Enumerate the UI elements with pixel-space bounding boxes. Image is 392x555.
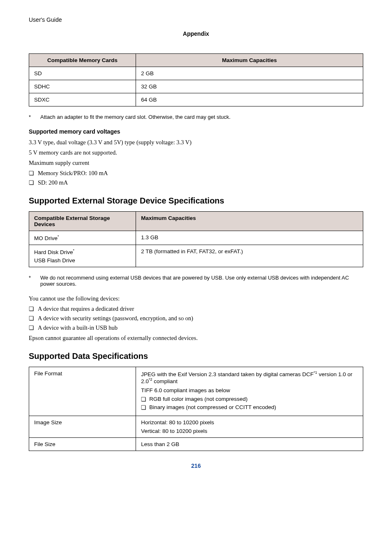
table-row: MO Drive* 1.3 GB xyxy=(29,231,363,245)
table-header: Maximum Capacities xyxy=(136,54,363,67)
table-row: SD 2 GB xyxy=(29,67,363,80)
bullet-icon: ❏ xyxy=(141,404,149,411)
bullet-icon: ❏ xyxy=(141,396,149,402)
external-storage-heading: Supported External Storage Device Specif… xyxy=(29,196,363,206)
data-specs-heading: Supported Data Specifications xyxy=(29,352,363,361)
page-number: 216 xyxy=(29,462,363,469)
list-item: ❏ Memory Stick/PRO: 100 mA xyxy=(29,170,363,177)
external-storage-table: Compatible External Storage Devices Maxi… xyxy=(29,211,363,267)
data-specs-table: File Format JPEG with the Exif Version 2… xyxy=(29,367,363,451)
footnote: * Attach an adapter to fit the memory ca… xyxy=(29,114,363,120)
body-text: You cannot use the following devices: xyxy=(29,295,363,302)
table-header: Compatible Memory Cards xyxy=(29,54,136,67)
memory-cards-table: Compatible Memory Cards Maximum Capaciti… xyxy=(29,53,363,106)
list-item: ❏ A device with a built-in USB hub xyxy=(29,324,363,331)
table-row: Image Size Horizontal: 80 to 10200 pixel… xyxy=(29,416,363,438)
bullet-icon: ❏ xyxy=(29,179,38,186)
body-text: 5 V memory cards are not supported. xyxy=(29,149,363,156)
section-label: Appendix xyxy=(29,30,363,37)
table-row: SDHC 32 GB xyxy=(29,80,363,93)
body-text: Epson cannot guarantee all operations of… xyxy=(29,335,363,342)
table-header: Compatible External Storage Devices xyxy=(29,212,136,231)
list-item: ❏ A device with security settings (passw… xyxy=(29,315,363,322)
table-row: Hard Disk Drive* USB Flash Drive 2 TB (f… xyxy=(29,245,363,267)
voltages-heading: Supported memory card voltages xyxy=(29,128,363,135)
table-header: Maximum Capacities xyxy=(136,212,363,231)
body-text: 3.3 V type, dual voltage (3.3 V and 5V) … xyxy=(29,139,363,146)
bullet-icon: ❏ xyxy=(29,315,38,321)
table-row: SDXC 64 GB xyxy=(29,93,363,106)
body-text: Maximum supply current xyxy=(29,160,363,166)
footnote: * We do not recommend using external USB… xyxy=(29,275,363,287)
list-item: ❏ A device that requires a dedicated dri… xyxy=(29,305,363,312)
bullet-icon: ❏ xyxy=(29,170,38,176)
table-row: File Format JPEG with the Exif Version 2… xyxy=(29,367,363,416)
list-item: ❏ SD: 200 mA xyxy=(29,179,363,186)
guide-label: User's Guide xyxy=(29,16,363,23)
bullet-icon: ❏ xyxy=(29,305,38,312)
bullet-icon: ❏ xyxy=(29,324,38,331)
table-row: File Size Less than 2 GB xyxy=(29,438,363,451)
